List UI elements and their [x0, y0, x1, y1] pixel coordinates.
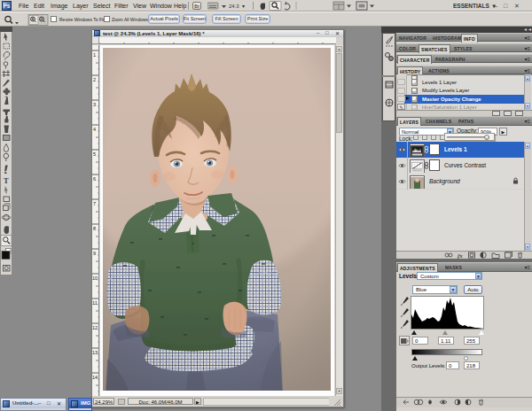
svg-text:10: 10: [92, 275, 98, 281]
svg-text:13: 13: [92, 350, 98, 355]
svg-text:fx: fx: [458, 252, 463, 260]
svg-text:5: 5: [93, 151, 96, 157]
svg-text:1: 1: [126, 43, 129, 45]
svg-text:6: 6: [93, 176, 96, 182]
svg-text:2: 2: [93, 77, 96, 82]
svg-text:1: 1: [93, 52, 96, 58]
svg-text:T: T: [4, 176, 9, 185]
svg-text:12: 12: [92, 325, 98, 330]
svg-text:9: 9: [325, 43, 327, 44]
svg-text:7: 7: [93, 201, 96, 206]
svg-text:2: 2: [151, 43, 153, 44]
svg-text:9: 9: [93, 251, 96, 256]
svg-text:4: 4: [200, 43, 203, 44]
svg-text:6: 6: [250, 43, 253, 44]
svg-text:11: 11: [92, 300, 98, 306]
svg-text:8: 8: [300, 43, 302, 44]
svg-text:3: 3: [93, 102, 96, 107]
svg-text:5: 5: [225, 43, 228, 44]
svg-text:4: 4: [93, 127, 96, 132]
svg-text:14: 14: [92, 375, 98, 380]
svg-text:7: 7: [275, 43, 278, 44]
svg-text:3: 3: [176, 43, 178, 44]
svg-text:8: 8: [93, 226, 96, 231]
